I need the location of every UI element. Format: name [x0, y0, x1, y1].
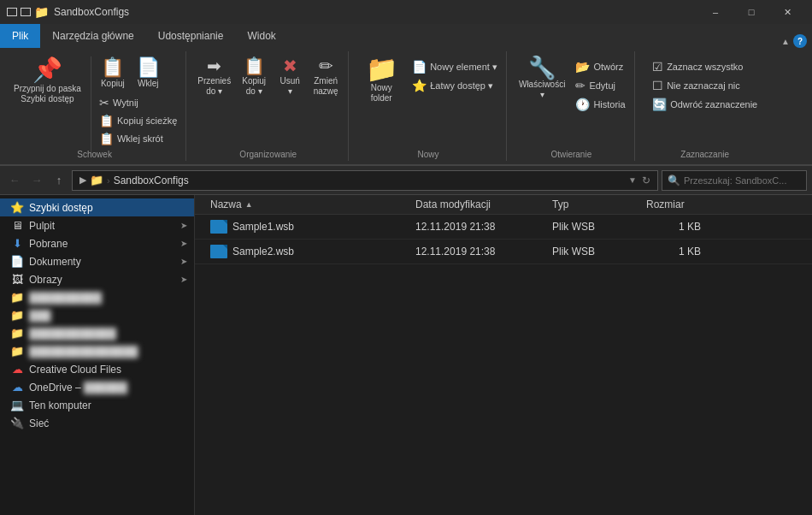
address-input[interactable]: ▶ 📁 › SandboxConfigs ▼ ↻	[72, 170, 658, 191]
table-row[interactable]: Sample2.wsb 12.11.2019 21:38 Plik WSB 1 …	[195, 240, 812, 264]
zmien-nazwe-button[interactable]: ✏ Zmieńnazwę	[309, 55, 343, 99]
wsb-file-icon-1	[210, 220, 227, 234]
tab-udostepnianie[interactable]: Udostępnianie	[146, 24, 236, 48]
usun-button[interactable]: ✖ Usuń▾	[273, 55, 307, 99]
nie-zaznaczaj-nic-label: Nie zaznaczaj nic	[667, 80, 740, 91]
sidebar-item-pulpit[interactable]: 🖥 Pulpit ➤	[0, 216, 194, 234]
sidebar-item-dokumenty[interactable]: 📄 Dokumenty ➤	[0, 252, 194, 270]
forward-button[interactable]: →	[27, 171, 46, 190]
ribbon: Plik Narzędzia główne Udostępnianie Wido…	[0, 24, 812, 166]
latwy-dostep-button[interactable]: ⭐ Łatwy dostęp ▾	[409, 77, 501, 94]
zaznaczanie-buttons: ☑ Zaznacz wszystko ☐ Nie zaznaczaj nic 🔄…	[649, 53, 761, 159]
maximize-button[interactable]: □	[733, 0, 769, 24]
sidebar-item-szybki-dostep[interactable]: ⭐ Szybki dostęp	[0, 198, 194, 216]
address-refresh-icon[interactable]: ↻	[642, 175, 650, 186]
przenies-label: Przenieśdo ▾	[197, 76, 231, 97]
blurred1-label: ██████████	[29, 292, 187, 304]
file1-type: Plik WSB	[545, 217, 639, 236]
sidebar-item-blurred1[interactable]: 📁 ██████████	[0, 288, 194, 306]
pin-button[interactable]: 📌 Przypnij do paskaSzybki dostęp	[9, 55, 86, 108]
file2-date: 12.11.2019 21:38	[409, 242, 545, 261]
blurred4-icon: 📁	[10, 345, 24, 358]
otworz-button[interactable]: 📂 Otwórz	[572, 58, 628, 75]
obrazy-label: Obrazy	[29, 274, 175, 286]
back-button[interactable]: ←	[5, 171, 24, 190]
table-row[interactable]: Sample1.wsb 12.11.2019 21:38 Plik WSB 1 …	[195, 215, 812, 240]
col-header-name[interactable]: Nazwa ▲	[203, 195, 409, 214]
ribbon-group-organizowanie: ➡ Przenieśdo ▾ 📋 Kopiujdo ▾ ✖ Usuń▾ ✏ Zm…	[188, 51, 349, 161]
nowy-label: Nowy	[418, 150, 439, 159]
schowek-label: Schowek	[77, 150, 112, 159]
col-header-date[interactable]: Data modyfikacji	[409, 195, 545, 214]
sidebar-item-creative-cloud[interactable]: ☁ Creative Cloud Files	[0, 360, 194, 378]
edytuj-icon: ✏	[575, 79, 585, 92]
wlasciwosci-button[interactable]: 🔧 Właściwości▾	[514, 55, 570, 102]
help-icon[interactable]: ?	[793, 34, 807, 48]
kopiuj-do-label: Kopiujdo ▾	[242, 76, 266, 97]
sidebar-item-onedrive[interactable]: ☁ OneDrive – ██████	[0, 378, 194, 396]
ribbon-group-zaznaczanie: ☑ Zaznacz wszystko ☐ Nie zaznaczaj nic 🔄…	[637, 51, 774, 161]
pobrane-label: Pobrane	[29, 238, 175, 250]
zaznaczanie-label: Zaznaczanie	[680, 150, 729, 159]
sidebar-item-ten-komputer[interactable]: 💻 Ten komputer	[0, 396, 194, 414]
close-button[interactable]: ✕	[769, 0, 805, 24]
col-size-label: Rozmiar	[646, 198, 685, 210]
sidebar-item-blurred4[interactable]: 📁 ███████████████	[0, 342, 194, 360]
wklej-skrot-button[interactable]: 📋 Wklej skrót	[96, 130, 180, 147]
col-header-size[interactable]: Rozmiar	[639, 195, 708, 214]
nowy-folder-button[interactable]: 📁 Nowyfolder	[356, 55, 407, 105]
paste-button[interactable]: 📄 Wklej	[132, 55, 165, 92]
przenies-button[interactable]: ➡ Przenieśdo ▾	[193, 55, 235, 99]
zaznacz-wszystko-icon: ☑	[652, 60, 663, 74]
address-dropdown-arrow[interactable]: ▼	[628, 175, 637, 185]
sidebar-item-siec[interactable]: 🔌 Sieć	[0, 414, 194, 432]
minimize-button[interactable]: –	[697, 0, 733, 24]
sidebar-item-pobrane[interactable]: ⬇ Pobrane ➤	[0, 234, 194, 252]
tab-plik[interactable]: Plik	[0, 24, 40, 48]
wytnij-label: Wytnij	[113, 98, 138, 108]
wlasciwosci-label: Właściwości▾	[519, 80, 565, 100]
zmien-nazwe-label: Zmieńnazwę	[314, 76, 338, 97]
up-button[interactable]: ↑	[50, 171, 68, 190]
address-path-text: SandboxConfigs	[114, 175, 189, 186]
onedrive-label: OneDrive – ██████	[29, 382, 187, 394]
odwroc-zaznaczenie-button[interactable]: 🔄 Odwróć zaznaczenie	[649, 96, 761, 113]
sidebar-item-blurred2[interactable]: 📁 ███	[0, 306, 194, 324]
nie-zaznaczaj-nic-button[interactable]: ☐ Nie zaznaczaj nic	[649, 77, 761, 94]
organizowanie-buttons: ➡ Przenieśdo ▾ 📋 Kopiujdo ▾ ✖ Usuń▾ ✏ Zm…	[193, 53, 343, 159]
copy-button[interactable]: 📋 Kopiuj	[96, 55, 130, 92]
siec-label: Sieć	[29, 417, 187, 429]
historia-button[interactable]: 🕐 Historia	[572, 96, 628, 113]
blurred1-icon: 📁	[10, 291, 24, 304]
organizowanie-label: Organizowanie	[239, 150, 297, 159]
onedrive-icon: ☁	[10, 381, 24, 394]
kopiuj-sciezke-label: Kopiuj ścieżkę	[117, 115, 177, 126]
ribbon-group-otwieranie: 🔧 Właściwości▾ 📂 Otwórz ✏ Edytuj 🕐 Histo…	[509, 51, 635, 161]
chevron-up-icon[interactable]: ▲	[781, 37, 790, 46]
file1-name: Sample1.wsb	[232, 221, 294, 233]
ribbon-tabs: Plik Narzędzia główne Udostępnianie Wido…	[0, 24, 812, 48]
file1-size: 1 KB	[639, 217, 708, 236]
sidebar-item-blurred3[interactable]: 📁 ████████████	[0, 324, 194, 342]
col-header-type[interactable]: Typ	[545, 195, 639, 214]
pulpit-icon: 🖥	[10, 219, 24, 232]
usun-icon: ✖	[283, 57, 297, 74]
nowy-element-button[interactable]: 📄 Nowy element ▾	[409, 58, 501, 75]
tab-widok[interactable]: Widok	[235, 24, 287, 48]
ribbon-group-schowek: 📌 Przypnij do paskaSzybki dostęp 📋 Kopiu…	[3, 51, 186, 161]
address-path-arrow: ▶	[79, 175, 86, 186]
dokumenty-icon: 📄	[10, 255, 24, 268]
wytnij-button[interactable]: ✂ Wytnij	[96, 94, 180, 111]
search-box[interactable]: 🔍 Przeszukaj: SandboxC...	[662, 170, 807, 191]
sidebar-item-obrazy[interactable]: 🖼 Obrazy ➤	[0, 270, 194, 288]
file-area: Nazwa ▲ Data modyfikacji Typ Rozmiar Sam…	[195, 195, 812, 515]
odwroc-icon: 🔄	[652, 98, 667, 111]
kopiuj-do-button[interactable]: 📋 Kopiujdo ▾	[237, 55, 271, 99]
col-date-label: Data modyfikacji	[415, 198, 491, 210]
creative-cloud-icon: ☁	[10, 363, 24, 376]
tab-narzedzia[interactable]: Narzędzia główne	[40, 24, 145, 48]
zaznacz-wszystko-button[interactable]: ☑ Zaznacz wszystko	[649, 58, 761, 75]
kopiuj-sciezke-button[interactable]: 📋 Kopiuj ścieżkę	[96, 112, 180, 129]
blurred4-label: ███████████████	[29, 346, 187, 358]
edytuj-button[interactable]: ✏ Edytuj	[572, 77, 628, 94]
